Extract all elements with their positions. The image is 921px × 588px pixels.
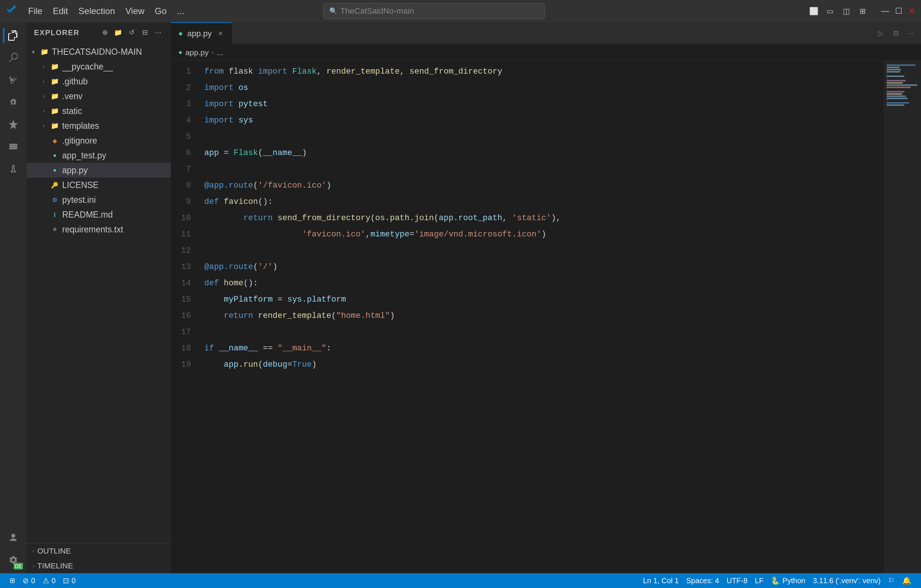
status-info[interactable]: ⊡ 0: [59, 576, 79, 585]
folder-icon: 📁: [40, 47, 49, 56]
status-language[interactable]: 🐍 Python: [767, 576, 809, 585]
activity-source-control[interactable]: [3, 70, 24, 90]
editor-minimap: [884, 61, 921, 573]
timeline-section[interactable]: › TIMELINE: [27, 559, 171, 573]
status-warnings[interactable]: ⚠ 0: [39, 576, 59, 585]
breadcrumb-rest[interactable]: ...: [216, 48, 223, 57]
line-num-7: 7: [171, 161, 191, 178]
status-position[interactable]: Ln 1, Col 1: [639, 577, 683, 585]
minimize-button[interactable]: —: [881, 6, 889, 16]
status-errors[interactable]: ⊘ 0: [19, 576, 39, 585]
split-editor-button[interactable]: ⊟: [890, 28, 902, 39]
sidebar-item-pytest-ini[interactable]: › ⚙ pytest.ini: [27, 192, 171, 207]
sidebar-item-templates[interactable]: › 📁 templates: [27, 119, 171, 133]
git-icon: ◆: [50, 136, 59, 145]
layout-sidebar-toggle[interactable]: ⬜: [807, 5, 820, 18]
sidebar-item-github[interactable]: › 📁 .github: [27, 74, 171, 89]
status-encoding[interactable]: UTF-8: [722, 577, 751, 585]
sidebar-item-license[interactable]: › 🔑 LICENSE: [27, 178, 171, 192]
status-version[interactable]: 3.11.6 ('.venv': venv): [809, 577, 884, 585]
code-line-3[interactable]: import pytest: [197, 96, 884, 112]
code-line-6[interactable]: app = Flask(__name__): [197, 145, 884, 161]
activity-explorer[interactable]: [3, 25, 24, 46]
menu-go[interactable]: Go: [150, 5, 171, 18]
line-num-4: 4: [171, 112, 191, 129]
code-line-8[interactable]: @app.route('/favicon.ico'): [197, 178, 884, 194]
line-num-19: 19: [171, 357, 191, 373]
activity-settings[interactable]: DE: [3, 549, 24, 570]
run-debug-button[interactable]: ▷: [875, 28, 887, 39]
close-button[interactable]: ✕: [908, 6, 915, 16]
refresh-icon[interactable]: ↺: [127, 28, 137, 38]
menu-file[interactable]: File: [24, 5, 47, 18]
folder-icon: 📁: [50, 62, 59, 71]
sidebar-item-static[interactable]: › 📁 static: [27, 104, 171, 119]
menu-view[interactable]: View: [121, 5, 149, 18]
sidebar-item-gitignore[interactable]: › ◆ .gitignore: [27, 133, 171, 148]
code-line-12[interactable]: [197, 243, 884, 259]
root-folder[interactable]: ▾ 📁 THECATSAIDNO-MAIN: [27, 44, 171, 59]
code-line-16[interactable]: return render_template("home.html"): [197, 308, 884, 324]
layout-editor-toggle[interactable]: ◫: [840, 5, 853, 18]
editor-tab-bar: ● app.py ✕ ▷ ⊟ ⋯: [171, 22, 921, 44]
maximize-button[interactable]: ☐: [895, 6, 903, 16]
more-actions-icon[interactable]: ⋯: [153, 28, 164, 38]
app-py-label: app.py: [62, 165, 171, 175]
tab-close-button[interactable]: ✕: [216, 29, 224, 38]
layout-customize[interactable]: ⊞: [856, 5, 869, 18]
line-num-1: 1: [171, 64, 191, 80]
tab-app-py[interactable]: ● app.py ✕: [171, 22, 232, 44]
sidebar-item-app-test[interactable]: › ● app_test.py: [27, 148, 171, 163]
code-line-18[interactable]: if __name__ == "__main__":: [197, 340, 884, 357]
code-line-4[interactable]: import sys: [197, 112, 884, 129]
new-file-icon[interactable]: ⊕: [100, 28, 110, 38]
menu-selection[interactable]: Selection: [74, 5, 119, 18]
code-line-19[interactable]: app.run(debug=True): [197, 357, 884, 373]
breadcrumb-filename[interactable]: app.py: [186, 48, 209, 57]
code-line-14[interactable]: def home():: [197, 275, 884, 292]
status-line-ending[interactable]: LF: [751, 577, 767, 585]
command-search[interactable]: 🔍 TheCatSaidNo-main: [323, 3, 545, 19]
code-line-15[interactable]: myPlatform = sys.platform: [197, 292, 884, 308]
menu-more[interactable]: ...: [172, 5, 189, 18]
activity-search[interactable]: [3, 47, 24, 68]
line-num-5: 5: [171, 129, 191, 145]
collapse-all-icon[interactable]: ⊟: [140, 28, 150, 38]
line-num-8: 8: [171, 178, 191, 194]
sidebar-item-app-py[interactable]: › ● app.py: [27, 163, 171, 178]
code-line-17[interactable]: [197, 324, 884, 340]
python-icon: 🐍: [771, 576, 780, 585]
status-notifications[interactable]: 🔔: [898, 576, 915, 585]
sidebar-item-requirements[interactable]: › ≡ requirements.txt: [27, 222, 171, 237]
status-remote[interactable]: ⊞: [6, 577, 19, 585]
activity-extensions[interactable]: [3, 114, 24, 135]
sidebar-item-venv[interactable]: › 📁 .venv: [27, 89, 171, 104]
new-folder-icon[interactable]: 📁: [113, 28, 124, 38]
chevron-down-icon: ▾: [29, 48, 37, 55]
code-line-9[interactable]: def favicon():: [197, 194, 884, 210]
code-line-13[interactable]: @app.route('/'): [197, 259, 884, 275]
activity-account[interactable]: [3, 527, 24, 548]
code-line-7[interactable]: [197, 161, 884, 178]
status-spaces[interactable]: Spaces: 4: [682, 577, 722, 585]
code-editor[interactable]: 1 2 3 4 5 6 7 8 9 10 11 12 13 14 15 16 1…: [171, 61, 921, 573]
sidebar-item-readme[interactable]: › ℹ README.md: [27, 207, 171, 222]
status-feedback[interactable]: ⚐: [884, 576, 898, 585]
info-count: 0: [72, 577, 75, 585]
outline-section[interactable]: › OUTLINE: [27, 544, 171, 559]
code-line-10[interactable]: return send_from_directory(os.path.join(…: [197, 210, 884, 226]
activity-run-debug[interactable]: [3, 92, 24, 112]
menu-edit[interactable]: Edit: [49, 5, 73, 18]
warning-icon: ⚠: [42, 576, 49, 585]
code-line-5[interactable]: [197, 129, 884, 145]
code-text-area[interactable]: from flask import Flask, render_template…: [197, 61, 884, 573]
activity-testing[interactable]: [3, 158, 24, 179]
editor-breadcrumb: ● app.py › ...: [171, 44, 921, 61]
code-line-1[interactable]: from flask import Flask, render_template…: [197, 64, 884, 80]
activity-remote-explorer[interactable]: [3, 136, 24, 157]
code-line-2[interactable]: import os: [197, 80, 884, 96]
layout-panel-toggle[interactable]: ▭: [823, 5, 836, 18]
sidebar-item-pycache[interactable]: › 📁 __pycache__: [27, 59, 171, 74]
code-line-11[interactable]: 'favicon.ico',mimetype='image/vnd.micros…: [197, 226, 884, 243]
more-actions-button[interactable]: ⋯: [905, 28, 916, 39]
